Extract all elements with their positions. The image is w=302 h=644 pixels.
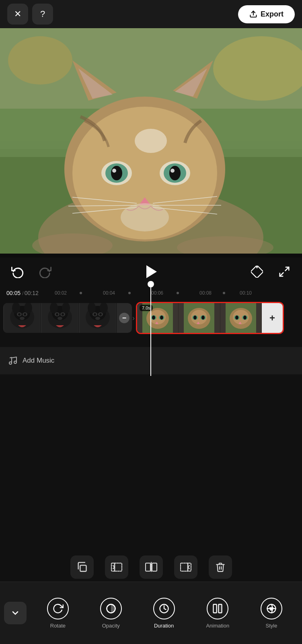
playhead-handle[interactable] (148, 281, 154, 287)
empty-timeline-area (0, 374, 302, 576)
svg-point-66 (95, 317, 100, 320)
minus-icon: − (119, 313, 129, 323)
svg-point-80 (193, 316, 197, 320)
rotate-icon (52, 603, 64, 614)
trim-end-icon (180, 561, 192, 573)
svg-point-4 (8, 36, 72, 85)
animation-label: Animation (206, 623, 229, 629)
svg-point-88 (235, 316, 238, 320)
ruler-mark-4: 00:08 (199, 290, 212, 296)
trim-end-tool-button[interactable] (174, 555, 197, 579)
chevron-down-icon (10, 608, 20, 618)
svg-point-81 (201, 316, 205, 320)
top-bar-left: ✕ ? (7, 4, 53, 25)
svg-point-64 (94, 313, 96, 316)
svg-rect-100 (181, 563, 191, 571)
bottom-tool-strip (0, 553, 302, 582)
upload-icon (249, 10, 257, 18)
total-time: 00:12 (25, 290, 39, 296)
clip-minus-button[interactable]: − (117, 303, 132, 333)
svg-point-92 (14, 361, 16, 363)
nav-item-animation[interactable]: Animation (204, 594, 231, 632)
export-label: Export (261, 10, 284, 19)
svg-point-110 (270, 607, 271, 608)
add-clip-button[interactable]: + (262, 303, 283, 333)
svg-point-72 (152, 316, 155, 320)
split-icon (145, 561, 157, 573)
play-icon (146, 265, 157, 278)
redo-icon (39, 265, 51, 278)
help-icon: ? (40, 9, 45, 19)
duplicate-tool-button[interactable] (70, 555, 94, 579)
dog-clip[interactable]: − (3, 303, 132, 333)
svg-rect-95 (111, 563, 122, 571)
svg-point-30 (121, 203, 169, 231)
redo-button[interactable] (37, 264, 53, 280)
undo-icon (11, 265, 24, 278)
top-bar: ✕ ? Export (0, 0, 302, 28)
controls-center (104, 261, 198, 282)
fullscreen-button[interactable] (276, 264, 292, 280)
svg-point-17 (111, 166, 122, 180)
svg-point-46 (20, 317, 25, 320)
nav-item-duration[interactable]: Duration (152, 594, 177, 632)
opacity-icon (105, 603, 117, 614)
nav-items: Rotate Opacity Duration (31, 594, 298, 632)
svg-line-93 (10, 357, 12, 358)
duration-icon (158, 603, 170, 614)
duplicate-icon (76, 561, 88, 573)
collapse-button[interactable] (4, 602, 27, 624)
rotate-icon-circle (47, 598, 69, 619)
nav-item-rotate[interactable]: Rotate (45, 594, 70, 632)
controls-left (10, 264, 104, 280)
animation-icon (212, 603, 223, 614)
svg-point-73 (160, 316, 163, 320)
animation-icon-circle (207, 598, 228, 619)
ruler-mark-2: 00:04 (103, 290, 115, 296)
export-button[interactable]: Export (238, 5, 295, 23)
svg-point-54 (56, 313, 58, 316)
ruler-mark-5: 00:10 (240, 290, 252, 296)
svg-point-91 (9, 362, 12, 364)
cat-clip-inner: 7.0s (137, 303, 283, 333)
svg-rect-97 (146, 563, 150, 571)
cat-clip-selected[interactable]: 7.0s (136, 302, 284, 334)
ruler-mark-1: 00:02 (55, 290, 67, 296)
svg-point-89 (243, 316, 247, 320)
ruler-mark-3: 00:06 (151, 290, 163, 296)
svg-point-21 (169, 166, 181, 180)
svg-point-14 (135, 129, 167, 153)
nav-item-opacity[interactable]: Opacity (99, 594, 123, 632)
clip-separator: › (132, 314, 135, 322)
duration-icon-circle (153, 598, 175, 619)
opacity-label: Opacity (102, 623, 120, 629)
play-button[interactable] (140, 261, 161, 282)
delete-icon (215, 561, 226, 573)
style-icon-circle (261, 598, 282, 619)
undo-button[interactable] (10, 264, 26, 280)
cat-frame-3 (220, 303, 262, 333)
style-label: Style (266, 623, 277, 629)
svg-point-22 (171, 169, 175, 173)
dog-frame-2 (41, 303, 79, 333)
cat-frame-2 (179, 303, 220, 333)
svg-line-35 (285, 267, 289, 271)
svg-rect-94 (80, 565, 86, 571)
close-button[interactable]: ✕ (7, 4, 28, 25)
dog-frame-3 (79, 303, 117, 333)
split-tool-button[interactable] (140, 555, 163, 579)
help-button[interactable]: ? (32, 4, 53, 25)
trim-start-icon (111, 561, 123, 573)
opacity-icon-circle (100, 598, 122, 619)
duration-label: Duration (154, 623, 174, 629)
current-time: 00:05 (6, 290, 21, 296)
svg-point-65 (99, 313, 102, 316)
plus-icon: + (266, 312, 279, 324)
svg-rect-105 (214, 604, 217, 613)
keyframe-button[interactable] (249, 264, 265, 280)
delete-tool-button[interactable] (209, 555, 232, 579)
trim-start-tool-button[interactable] (105, 555, 128, 579)
nav-item-style[interactable]: Style (259, 594, 284, 632)
playhead[interactable] (150, 283, 151, 376)
preview-area (0, 28, 302, 254)
